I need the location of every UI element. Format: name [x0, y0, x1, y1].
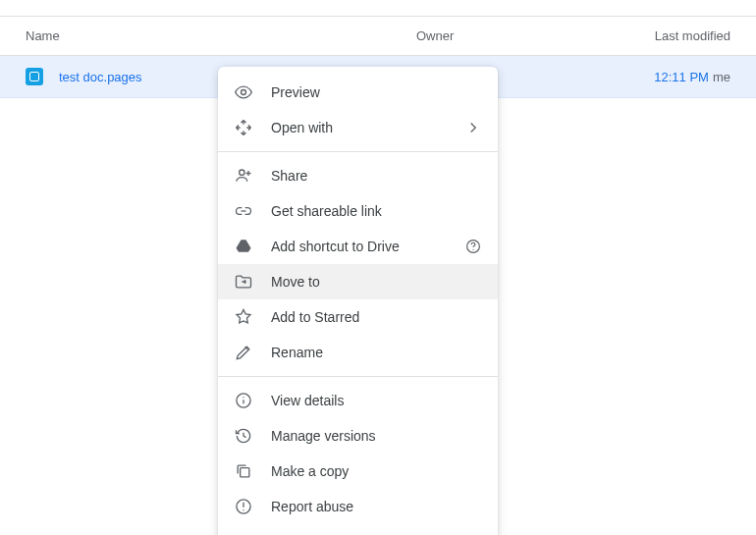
svg-point-0	[242, 90, 246, 95]
menu-label: Open with	[271, 120, 464, 135]
menu-label: Add shortcut to Drive	[271, 239, 482, 254]
menu-view-details[interactable]: View details	[218, 383, 498, 418]
modified-by: me	[709, 70, 730, 84]
menu-open-with[interactable]: Open with	[218, 110, 498, 145]
menu-label: Report abuse	[271, 499, 482, 514]
menu-label: Rename	[271, 345, 482, 360]
svg-rect-6	[241, 468, 249, 477]
info-icon	[234, 391, 253, 410]
svg-point-5	[243, 397, 243, 398]
menu-label: Make a copy	[271, 463, 482, 479]
menu-preview[interactable]: Preview	[218, 75, 498, 110]
menu-share[interactable]: Share	[218, 158, 498, 193]
menu-get-link[interactable]: Get shareable link	[218, 193, 498, 229]
menu-label: Add to Starred	[271, 309, 482, 325]
menu-star[interactable]: Add to Starred	[218, 299, 498, 335]
person-add-icon	[234, 166, 253, 186]
menu-label: View details	[271, 393, 482, 408]
menu-manage-versions[interactable]: Manage versions	[218, 418, 498, 454]
svg-point-1	[240, 170, 244, 175]
link-icon	[234, 201, 253, 221]
report-icon	[234, 497, 253, 516]
history-icon	[234, 426, 253, 446]
menu-label: Manage versions	[271, 428, 482, 444]
file-type-icon	[26, 68, 43, 85]
modified-time: 12:11 PM	[654, 70, 709, 84]
menu-add-shortcut[interactable]: Add shortcut to Drive	[218, 229, 498, 264]
chevron-right-icon	[464, 119, 482, 136]
svg-point-8	[243, 509, 243, 510]
file-name: test doc.pages	[59, 70, 142, 84]
col-header-name[interactable]: Name	[26, 28, 416, 43]
menu-label: Preview	[271, 84, 482, 100]
menu-rename[interactable]: Rename	[218, 335, 498, 370]
drive-icon	[234, 237, 253, 256]
menu-make-copy[interactable]: Make a copy	[218, 454, 498, 489]
help-icon[interactable]	[464, 238, 482, 255]
menu-label: Move to	[271, 274, 482, 290]
menu-label: Share	[271, 168, 482, 184]
copy-icon	[234, 461, 253, 481]
star-icon	[234, 307, 253, 327]
context-menu: Preview Open with Share Get shareable li…	[218, 67, 498, 535]
pencil-icon	[234, 343, 253, 362]
folder-move-icon	[234, 272, 253, 292]
col-header-owner[interactable]: Owner	[416, 28, 593, 43]
svg-point-3	[472, 249, 473, 250]
menu-separator	[218, 376, 498, 377]
file-list-header: Name Owner Last modified	[0, 17, 756, 56]
open-with-icon	[234, 118, 253, 137]
menu-download[interactable]: Download	[218, 524, 498, 535]
eye-icon	[234, 82, 253, 102]
col-header-modified[interactable]: Last modified	[593, 28, 730, 43]
menu-label: Get shareable link	[271, 203, 482, 219]
menu-report-abuse[interactable]: Report abuse	[218, 489, 498, 524]
menu-move-to[interactable]: Move to	[218, 264, 498, 299]
file-modified: 12:11 PMme	[593, 70, 730, 84]
menu-separator	[218, 151, 498, 152]
